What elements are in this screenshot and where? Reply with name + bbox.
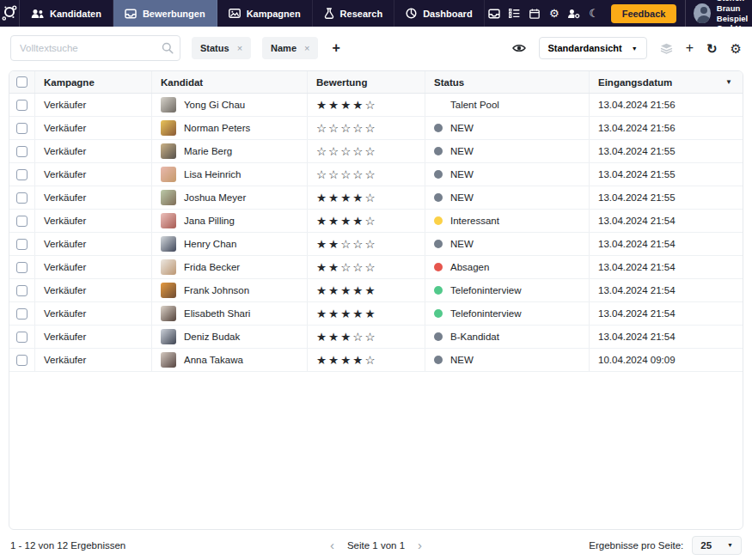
view-selector[interactable]: Standardansicht ▼ <box>539 37 647 59</box>
logo-icon <box>0 4 19 23</box>
candidate-avatar <box>161 329 176 344</box>
gear-icon[interactable]: ⚙ <box>544 0 564 27</box>
close-icon[interactable]: × <box>304 43 309 53</box>
app-logo[interactable] <box>0 0 20 27</box>
column-header-kandidat[interactable]: Kandidat <box>152 71 308 93</box>
eye-icon[interactable] <box>512 43 526 53</box>
column-header-bewertung[interactable]: Bewertung <box>308 71 425 93</box>
rating-stars[interactable]: ★★★☆☆ <box>316 330 377 344</box>
nav-tab-label: Research <box>340 9 383 19</box>
rating-stars[interactable]: ★★★★★ <box>316 307 377 320</box>
status-dot <box>434 147 443 155</box>
add-filter-button[interactable]: + <box>332 41 339 55</box>
rating-stars[interactable]: ☆☆☆☆☆ <box>316 167 377 181</box>
table-row[interactable]: Verkäufer Jana Pilling ★★★★☆ Interessant… <box>9 210 743 233</box>
row-checkbox[interactable] <box>16 192 28 204</box>
row-checkbox[interactable] <box>16 216 28 227</box>
row-checkbox[interactable] <box>16 123 28 134</box>
row-checkbox[interactable] <box>16 332 28 343</box>
filter-chip-status[interactable]: Status × <box>192 37 251 59</box>
nav-tab-kandidaten[interactable]: Kandidaten <box>20 0 113 27</box>
page-indicator: Seite 1 von 1 <box>347 540 405 551</box>
user-menu[interactable]: Steffen Braun Beispiel GmbH ⋮ <box>685 0 752 27</box>
chevron-left-icon[interactable]: ‹ <box>330 539 334 551</box>
inbox-tray-icon[interactable] <box>485 0 504 27</box>
rating-stars[interactable]: ★★★★★ <box>316 283 377 297</box>
row-checkbox[interactable] <box>16 239 28 250</box>
rating-stars[interactable]: ★★☆☆☆ <box>316 237 377 251</box>
close-icon[interactable]: × <box>237 43 242 53</box>
table-row[interactable]: Verkäufer Lisa Heinrich ☆☆☆☆☆ NEW 13.04.… <box>9 163 743 186</box>
nav-tab-research[interactable]: Research <box>313 0 395 27</box>
filter-chip-label: Name <box>271 43 297 53</box>
row-checkbox[interactable] <box>16 146 28 157</box>
received-date: 10.04.2024 09:09 <box>598 355 676 365</box>
select-all-cell <box>9 71 35 93</box>
status-label: Talent Pool <box>450 100 499 110</box>
table-row[interactable]: Verkäufer Anna Takawa ★★★★☆ NEW 10.04.20… <box>9 349 743 372</box>
filter-chip-label: Status <box>200 43 229 53</box>
settings-gear-icon[interactable]: ⚙ <box>731 42 742 55</box>
select-all-checkbox[interactable] <box>16 76 28 88</box>
received-date: 13.04.2024 21:55 <box>598 192 676 203</box>
chevron-down-icon: ▼ <box>727 542 733 548</box>
candidate-avatar <box>161 306 176 321</box>
calendar-icon[interactable] <box>524 0 544 27</box>
user-gear-icon[interactable] <box>564 0 584 27</box>
row-checkbox[interactable] <box>16 355 28 366</box>
status-label: NEW <box>450 355 474 365</box>
rating-stars[interactable]: ☆☆☆☆☆ <box>316 144 377 158</box>
row-checkbox[interactable] <box>16 285 28 296</box>
rating-stars[interactable]: ★★★★☆ <box>316 353 377 367</box>
table-body: Verkäufer Yong Gi Chau ★★★★☆ Talent Pool… <box>9 94 743 372</box>
candidate-avatar <box>161 352 176 368</box>
column-header-kampagne[interactable]: Kampagne <box>35 71 152 93</box>
row-checkbox[interactable] <box>16 262 28 273</box>
row-checkbox[interactable] <box>16 308 28 320</box>
filter-chip-name[interactable]: Name × <box>262 37 318 59</box>
moon-icon[interactable]: ☾ <box>584 0 603 27</box>
table-row[interactable]: Verkäufer Yong Gi Chau ★★★★☆ Talent Pool… <box>9 94 743 117</box>
rating-stars[interactable]: ★★☆☆☆ <box>316 260 377 274</box>
table-row[interactable]: Verkäufer Norman Peters ☆☆☆☆☆ NEW 13.04.… <box>9 117 743 140</box>
column-header-eingangsdatum[interactable]: Eingangsdatum ▼ <box>590 71 743 93</box>
rating-stars[interactable]: ★★★★☆ <box>316 98 377 112</box>
add-view-icon[interactable]: + <box>686 41 694 55</box>
nav-tab-label: Kandidaten <box>50 9 101 19</box>
campaign-name: Verkäufer <box>44 123 86 133</box>
table-row[interactable]: Verkäufer Frank Johnson ★★★★★ Telefonint… <box>9 279 743 302</box>
candidate-avatar <box>161 97 176 113</box>
chevron-right-icon[interactable]: › <box>418 539 422 551</box>
nav-tab-bewerbungen[interactable]: Bewerbungen <box>113 0 217 27</box>
candidate-name: Frank Johnson <box>184 285 249 295</box>
nav-tab-dashboard[interactable]: Dashboard <box>394 0 484 27</box>
status-dot <box>434 356 443 364</box>
table-row[interactable]: Verkäufer Frida Becker ★★☆☆☆ Absagen 13.… <box>9 256 743 279</box>
table-row[interactable]: Verkäufer Marie Berg ☆☆☆☆☆ NEW 13.04.202… <box>9 140 743 163</box>
sort-desc-icon[interactable]: ▼ <box>725 78 734 86</box>
pie-chart-icon <box>406 8 417 19</box>
nav-tab-kampagnen[interactable]: Kampagnen <box>217 0 313 27</box>
row-checkbox[interactable] <box>16 169 28 180</box>
per-page-select[interactable]: 25 ▼ <box>692 536 742 555</box>
received-date: 13.04.2024 21:54 <box>598 332 676 342</box>
refresh-icon[interactable]: ↻ <box>706 42 718 55</box>
status-label: Telefoninterview <box>450 308 521 319</box>
view-controls: Standardansicht ▼ + ↻ ⚙ <box>512 37 743 59</box>
candidate-name: Yong Gi Chau <box>184 100 245 110</box>
tasks-icon[interactable] <box>504 0 524 27</box>
row-checkbox[interactable] <box>16 100 28 111</box>
candidate-name: Frida Becker <box>184 262 240 272</box>
column-header-status[interactable]: Status <box>425 71 590 93</box>
table-row[interactable]: Verkäufer Joshua Meyer ★★★★☆ NEW 13.04.2… <box>9 186 743 210</box>
rating-stars[interactable]: ★★★★☆ <box>316 191 377 204</box>
table-row[interactable]: Verkäufer Elisabeth Shari ★★★★★ Telefoni… <box>9 302 743 326</box>
rating-stars[interactable]: ☆☆☆☆☆ <box>316 121 377 135</box>
feedback-button[interactable]: Feedback <box>611 4 677 23</box>
nav-tab-label: Dashboard <box>423 9 472 19</box>
search-input[interactable] <box>10 35 180 61</box>
rating-stars[interactable]: ★★★★☆ <box>316 214 377 228</box>
layers-icon[interactable] <box>660 43 673 54</box>
table-row[interactable]: Verkäufer Henry Chan ★★☆☆☆ NEW 13.04.202… <box>9 233 743 256</box>
table-row[interactable]: Verkäufer Deniz Budak ★★★☆☆ B-Kandidat 1… <box>9 326 743 349</box>
